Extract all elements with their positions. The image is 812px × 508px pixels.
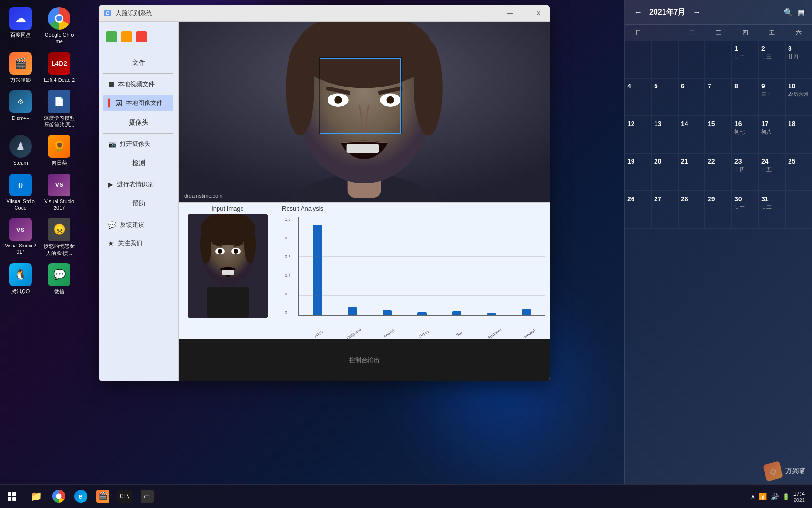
desktop-icon-chrome[interactable]: Google Chrome	[41, 5, 78, 48]
cal-cell-18[interactable]: 18	[785, 116, 812, 153]
cal-cell-19[interactable]: 19	[625, 153, 651, 191]
cal-cell-14[interactable]: 14	[678, 116, 705, 153]
sidebar-orange-btn[interactable]	[121, 31, 132, 42]
desktop-icon-qq[interactable]: 🐧 腾讯QQ	[2, 261, 39, 297]
cal-cell-5[interactable]: 5	[651, 78, 678, 116]
taskbar-app-wanxing[interactable]: 🎬	[92, 485, 113, 508]
desktop-icon-angry[interactable]: 😠 愤怒的愤怒女人的脸·愤...	[41, 216, 78, 259]
sidebar-item-feedback[interactable]: 💬 反馈建议	[103, 217, 173, 233]
cal-cell-9[interactable]: 9 三十	[758, 78, 785, 116]
cal-cell-10[interactable]: 10 农历六月	[785, 78, 812, 116]
taskbar-app-tablet[interactable]: ▭	[136, 485, 157, 508]
sidebar-section-file: 文件	[103, 59, 173, 67]
divider-4	[103, 214, 173, 214]
date-num: 18	[788, 120, 809, 127]
calendar-header: ← 2021年7月 → 🔍 ▦	[625, 0, 812, 25]
svg-rect-33	[12, 497, 16, 501]
tray-expand-icon[interactable]: ∧	[751, 493, 755, 500]
cal-cell-26[interactable]: 26	[625, 191, 651, 229]
wanxing-taskbar-icon: 🎬	[96, 490, 109, 503]
sidebar-red-btn[interactable]	[136, 31, 147, 42]
cal-cell-empty[interactable]	[785, 191, 812, 229]
y-label-00: 0	[285, 310, 291, 315]
image-icon: 🖼	[116, 99, 122, 107]
desktop-icon-xiangji[interactable]: 🌻 向日葵	[41, 133, 78, 168]
cal-cell[interactable]	[651, 40, 678, 78]
desktop-icon-left4dead[interactable]: L4D2 Left 4 Dead 2	[41, 50, 78, 86]
desktop-icon-vs2017[interactable]: VS Visual Studio 2017	[41, 171, 78, 214]
cal-cell-15[interactable]: 15	[705, 116, 732, 153]
taskbar-clock[interactable]: 17:4 2021	[793, 490, 805, 503]
cal-cell-31[interactable]: 31 廿二	[758, 191, 785, 229]
weekday-6: 六	[785, 25, 812, 40]
cal-cell-30[interactable]: 30 廿一	[732, 191, 758, 229]
xiangji-label: 向日葵	[52, 159, 67, 166]
cal-cell-3[interactable]: 3 廿四	[785, 40, 812, 78]
cal-cell-24[interactable]: 24 十五	[758, 153, 785, 191]
cal-cell-28[interactable]: 28	[678, 191, 705, 229]
cal-cell-22[interactable]: 22	[705, 153, 732, 191]
vscode-label: Viisual Stdio Code	[5, 198, 37, 212]
open-camera-label: 打开摄像头	[120, 140, 150, 148]
cal-cell[interactable]	[705, 40, 732, 78]
desktop-icon-vs2017-2[interactable]: VS Visual Studio 2017	[2, 216, 39, 257]
cal-cell-27[interactable]: 27	[651, 191, 678, 229]
cal-cell-25[interactable]: 25	[785, 153, 812, 191]
calendar-grid-icon[interactable]: ▦	[798, 8, 805, 17]
cal-cell-4[interactable]: 4	[625, 78, 651, 116]
taskbar-app-edge[interactable]: e	[70, 485, 91, 508]
cal-cell[interactable]	[678, 40, 705, 78]
cal-cell-16[interactable]: 16 初七	[732, 116, 758, 153]
cal-cell-8[interactable]: 8	[732, 78, 758, 116]
cal-cell-21[interactable]: 21	[678, 153, 705, 191]
app-window-icon	[104, 9, 111, 17]
tray-battery-icon[interactable]: 🔋	[782, 493, 789, 500]
tray-sound-icon[interactable]: 🔊	[771, 493, 779, 500]
cal-cell-7[interactable]: 7	[705, 78, 732, 116]
maximize-button[interactable]: □	[518, 8, 531, 18]
sidebar-item-local-image[interactable]: 🖼 本地图像文件	[103, 95, 173, 111]
date-num: 23	[734, 158, 756, 165]
desktop-icon-deeplearning[interactable]: 📄 深度学习模型压缩算法原...	[41, 88, 78, 131]
minimize-button[interactable]: —	[504, 8, 517, 18]
date-lunar: 初七	[734, 128, 756, 135]
desktop-icon-dism[interactable]: ⚙ Dism++	[2, 88, 39, 131]
start-button[interactable]	[0, 485, 23, 508]
cal-cell-12[interactable]: 12	[625, 116, 651, 153]
cal-cell-20[interactable]: 20	[651, 153, 678, 191]
weekday-4: 四	[732, 25, 758, 40]
wanxing-label: 万兴喵影	[10, 77, 31, 83]
sidebar-green-btn[interactable]	[106, 31, 117, 42]
sidebar-item-detect[interactable]: ▶ 进行表情识别	[103, 176, 173, 192]
desktop-icon-wanxing[interactable]: 🎬 万兴喵影	[2, 50, 39, 86]
sidebar-item-open-camera[interactable]: 📷 打开摄像头	[103, 136, 173, 152]
cal-cell-29[interactable]: 29	[705, 191, 732, 229]
taskbar-app-explorer[interactable]: 📁	[26, 485, 47, 508]
close-button[interactable]: ✕	[532, 8, 545, 18]
calendar-next-btn[interactable]: →	[690, 6, 703, 19]
cal-cell-6[interactable]: 6	[678, 78, 705, 116]
cal-cell-17[interactable]: 17 初八	[758, 116, 785, 153]
svg-rect-29	[207, 287, 249, 318]
desktop-icon-steam[interactable]: ♟ Steam	[2, 133, 39, 168]
cal-cell-13[interactable]: 13	[651, 116, 678, 153]
input-face-svg	[188, 214, 268, 318]
bars-container	[299, 217, 545, 315]
y-label-04: 0.4	[285, 273, 291, 278]
date-num: 25	[788, 158, 809, 165]
taskbar-app-cmd[interactable]: C:\	[114, 485, 135, 508]
cal-cell-2[interactable]: 2 廿三	[758, 40, 785, 78]
cal-cell-1[interactable]: 1 廿二	[732, 40, 758, 78]
calendar-prev-btn[interactable]: ←	[632, 6, 645, 19]
calendar-search-icon[interactable]: 🔍	[784, 8, 793, 17]
date-num: 4	[627, 82, 648, 90]
desktop-icon-baidu[interactable]: ☁ 百度网盘	[2, 5, 39, 48]
cal-cell-23[interactable]: 23 十四	[732, 153, 758, 191]
sidebar-item-follow[interactable]: ★ 关注我们	[103, 235, 173, 251]
desktop-icon-vscode[interactable]: {} Viisual Stdio Code	[2, 171, 39, 214]
sidebar-item-local-video[interactable]: ▦ 本地视频文件	[103, 76, 173, 92]
desktop-icon-wechat[interactable]: 💬 微信	[41, 261, 78, 297]
cal-cell[interactable]	[625, 40, 651, 78]
tray-network-icon[interactable]: 📶	[759, 493, 767, 500]
taskbar-app-chrome[interactable]	[48, 485, 69, 508]
